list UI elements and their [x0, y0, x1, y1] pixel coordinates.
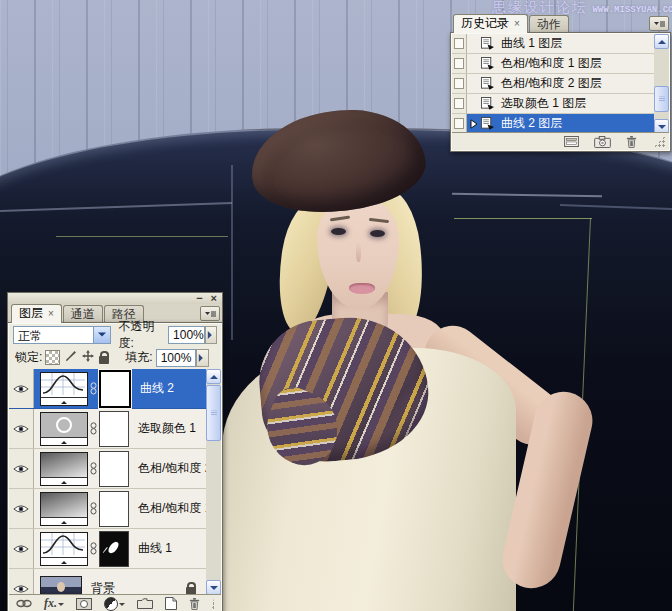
layer-mask-thumbnail[interactable] — [99, 370, 131, 408]
history-source-box[interactable] — [454, 58, 464, 69]
scroll-up-icon[interactable] — [206, 369, 221, 384]
history-list: 曲线 1 图层 色相/饱和度 1 图层 色相/饱和度 2 图层 — [452, 34, 654, 134]
visibility-toggle[interactable] — [9, 529, 34, 568]
new-layer-icon[interactable] — [165, 597, 177, 610]
screenshot-root: 思缘设计论坛 WWW.MISSYUAN.COM 历史记录 × 动作 曲线 — [0, 0, 672, 611]
close-button[interactable]: × — [211, 294, 217, 303]
layer-mask-thumbnail[interactable] — [99, 411, 129, 447]
hue-saturation-glyph — [41, 453, 87, 477]
history-source-box[interactable] — [454, 118, 464, 129]
scroll-down-icon[interactable] — [206, 580, 221, 595]
delete-layer-icon[interactable] — [189, 597, 200, 610]
visibility-toggle[interactable] — [9, 489, 34, 528]
history-body: 曲线 1 图层 色相/饱和度 1 图层 色相/饱和度 2 图层 — [450, 32, 671, 152]
curves-adjustment-thumbnail[interactable] — [40, 532, 88, 566]
fill-input[interactable]: 100% — [156, 349, 196, 367]
history-source-well[interactable] — [452, 34, 467, 53]
visibility-toggle[interactable] — [9, 569, 34, 595]
tab-layers[interactable]: 图层 × — [11, 304, 62, 323]
lock-all-icon[interactable] — [99, 356, 109, 364]
history-source-well[interactable] — [452, 114, 467, 133]
layer-row-selective-color-1[interactable]: 选取颜色 1 — [9, 409, 206, 449]
history-source-well[interactable] — [452, 94, 467, 113]
background-layer-thumbnail[interactable] — [40, 576, 82, 596]
scrollbar-thumb[interactable] — [206, 385, 221, 441]
panel-menu-icon[interactable] — [649, 16, 669, 31]
delete-state-icon[interactable] — [626, 135, 637, 148]
layer-mask-thumbnail[interactable] — [99, 491, 129, 527]
layer-style-icon[interactable]: fx. — [44, 596, 64, 611]
history-source-well[interactable] — [452, 54, 467, 73]
thumbnail-slider — [41, 517, 87, 525]
selective-color-thumbnail[interactable] — [40, 412, 88, 446]
tab-close-icon[interactable]: × — [514, 20, 520, 28]
scrollbar-thumb[interactable] — [654, 86, 669, 112]
layers-bottom-bar: fx. — [9, 594, 221, 611]
link-icon — [88, 422, 99, 435]
history-item-label: 曲线 1 图层 — [501, 35, 562, 52]
document-icon — [480, 37, 497, 50]
layer-row-curves-2[interactable]: 曲线 2 — [9, 369, 206, 409]
history-source-box[interactable] — [454, 98, 464, 109]
history-bottom-bar — [452, 132, 669, 150]
history-item[interactable]: 曲线 1 图层 — [452, 34, 654, 54]
layer-row-hue-saturation-2[interactable]: 色相/饱和度 2 — [9, 449, 206, 489]
visibility-toggle[interactable] — [9, 449, 34, 488]
layer-mask-thumbnail-painted[interactable] — [99, 531, 129, 567]
car-window-pillar — [231, 165, 233, 340]
lock-row: 锁定: 填充: 100% — [8, 346, 222, 369]
chevron-down-icon[interactable] — [93, 327, 110, 343]
history-item[interactable]: 色相/饱和度 1 图层 — [452, 54, 654, 74]
link-layers-icon[interactable] — [16, 599, 32, 608]
layer-row-background[interactable]: 背景 — [9, 569, 206, 595]
layer-mask-thumbnail[interactable] — [99, 451, 129, 487]
add-layer-mask-icon[interactable] — [76, 598, 92, 610]
fx-label: fx. — [44, 596, 57, 611]
history-scrollbar[interactable] — [654, 34, 669, 134]
lock-label: 锁定: — [15, 349, 42, 366]
fill-arrow-button[interactable] — [196, 349, 209, 367]
tab-close-icon[interactable]: × — [48, 310, 54, 318]
visibility-toggle[interactable] — [9, 369, 34, 408]
blend-mode-select[interactable]: 正常 — [13, 326, 111, 344]
history-source-box[interactable] — [454, 38, 464, 49]
tab-actions[interactable]: 动作 — [529, 15, 569, 32]
layer-row-curves-1[interactable]: 曲线 1 — [9, 529, 206, 569]
scroll-up-icon[interactable] — [654, 34, 669, 49]
watermark-forum-name: 思缘设计论坛 — [492, 0, 588, 15]
lock-position-icon[interactable] — [82, 350, 94, 365]
chevron-down-icon — [58, 603, 64, 609]
new-adjustment-layer-icon[interactable] — [104, 597, 125, 611]
new-document-from-state-icon[interactable] — [564, 136, 579, 147]
minimize-button[interactable]: − — [196, 294, 202, 303]
chevron-down-icon — [119, 603, 125, 609]
resize-grip-icon[interactable] — [654, 136, 665, 147]
car-pinstripe-horizontal-right — [454, 218, 592, 219]
resize-grip-icon[interactable] — [212, 598, 214, 609]
layer-row-hue-saturation-1[interactable]: 色相/饱和度 1 — [9, 489, 206, 529]
thumbnail-slider — [41, 437, 87, 445]
history-pointer-icon — [467, 119, 480, 129]
layer-name: 色相/饱和度 1 — [138, 500, 206, 517]
curves-adjustment-thumbnail[interactable] — [40, 372, 88, 406]
tab-layers-label: 图层 — [19, 305, 43, 322]
hue-saturation-thumbnail[interactable] — [40, 492, 88, 526]
opacity-arrow-button[interactable] — [205, 326, 217, 344]
thumbnail-slider — [41, 477, 87, 485]
history-item[interactable]: 色相/饱和度 2 图层 — [452, 74, 654, 94]
new-snapshot-icon[interactable] — [594, 136, 611, 148]
visibility-toggle[interactable] — [9, 409, 34, 448]
hue-saturation-thumbnail[interactable] — [40, 452, 88, 486]
tab-channels[interactable]: 通道 — [63, 305, 103, 322]
history-source-box[interactable] — [454, 78, 464, 89]
history-item-selected[interactable]: 曲线 2 图层 — [452, 114, 654, 134]
lock-transparency-icon[interactable] — [45, 350, 60, 365]
eye-icon — [13, 384, 29, 394]
history-source-well[interactable] — [452, 74, 467, 93]
panel-menu-icon[interactable] — [200, 306, 220, 321]
lock-image-icon[interactable] — [65, 350, 77, 365]
layers-scrollbar[interactable] — [206, 369, 221, 595]
opacity-input[interactable]: 100% — [168, 326, 205, 344]
history-item[interactable]: 选取颜色 1 图层 — [452, 94, 654, 114]
new-group-icon[interactable] — [137, 598, 153, 609]
